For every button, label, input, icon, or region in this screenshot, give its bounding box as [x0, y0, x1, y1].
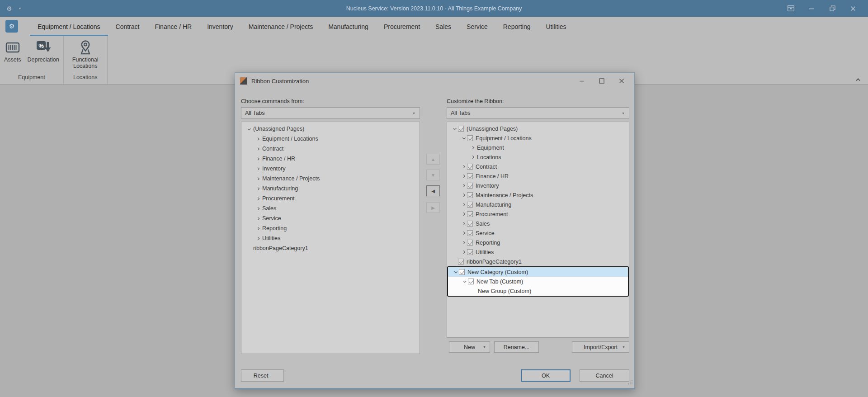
move-up-button[interactable]: ▲	[426, 154, 440, 165]
chevron-right-icon[interactable]	[254, 148, 261, 150]
ribbon-display-options-icon[interactable]	[780, 2, 801, 15]
tree-item-new-group-custom[interactable]: New Group (Custom)	[448, 286, 628, 296]
application-button[interactable]: ⚙	[5, 20, 18, 33]
chevron-right-icon[interactable]	[469, 147, 476, 149]
chevron-right-icon[interactable]	[254, 158, 261, 160]
checkbox-checked-icon[interactable]	[467, 202, 473, 208]
checkbox-checked-icon[interactable]	[467, 135, 473, 141]
chevron-down-icon[interactable]	[451, 128, 458, 130]
chevron-right-icon[interactable]	[254, 168, 261, 170]
tree-item-finance-hr[interactable]: Finance / HR	[241, 154, 420, 164]
tab-inventory[interactable]: Inventory	[199, 17, 241, 36]
tab-contract[interactable]: Contract	[108, 17, 147, 36]
tree-item-reporting[interactable]: Reporting	[447, 238, 629, 247]
checkbox-checked-icon[interactable]	[467, 240, 473, 246]
tree-item-maintenance-projects[interactable]: Maintenance / Projects	[447, 190, 629, 200]
ok-button[interactable]: OK	[521, 369, 571, 382]
tree-item-contract[interactable]: Contract	[241, 144, 420, 154]
tree-item-equipment-locations[interactable]: Equipment / Locations	[447, 133, 629, 143]
chevron-right-icon[interactable]	[460, 175, 467, 177]
tab-maintenance-projects[interactable]: Maintenance / Projects	[241, 17, 321, 36]
tree-item-utilities[interactable]: Utilities	[447, 247, 629, 257]
import-export-button[interactable]: Import/Export▼	[572, 341, 629, 353]
checkbox-checked-icon[interactable]	[458, 259, 464, 265]
qat-dropdown-caret-icon[interactable]: ▼	[19, 7, 22, 10]
tree-item-utilities[interactable]: Utilities	[241, 233, 420, 243]
checkbox-checked-icon[interactable]	[458, 126, 464, 132]
tree-item-sales[interactable]: Sales	[241, 203, 420, 213]
gear-icon[interactable]: ⚙	[6, 5, 12, 12]
checkbox-checked-icon[interactable]	[467, 230, 473, 236]
tab-reporting[interactable]: Reporting	[495, 17, 538, 36]
chevron-right-icon[interactable]	[460, 222, 467, 225]
tab-utilities[interactable]: Utilities	[538, 17, 574, 36]
tab-service[interactable]: Service	[459, 17, 495, 36]
chevron-right-icon[interactable]	[460, 203, 467, 206]
chevron-right-icon[interactable]	[460, 241, 467, 244]
chevron-right-icon[interactable]	[460, 232, 467, 234]
choose-commands-combo[interactable]: All Tabs ▼	[241, 107, 420, 119]
customize-ribbon-combo[interactable]: All Tabs ▼	[447, 107, 629, 119]
tree-item-ribbonpagecategory1[interactable]: ribbonPageCategory1	[447, 257, 629, 266]
tree-item-inventory[interactable]: Inventory	[447, 181, 629, 190]
tree-item-manufacturing[interactable]: Manufacturing	[241, 184, 420, 194]
tree-item-unassigned-pages[interactable]: (Unassigned Pages)	[447, 124, 629, 133]
chevron-right-icon[interactable]	[254, 198, 261, 200]
close-icon[interactable]	[612, 75, 632, 87]
chevron-right-icon[interactable]	[460, 251, 467, 253]
move-left-button[interactable]: ◀	[426, 185, 440, 196]
chevron-right-icon[interactable]	[460, 165, 467, 168]
tree-item-procurement[interactable]: Procurement	[447, 209, 629, 219]
tree-item-equipment[interactable]: Equipment	[447, 143, 629, 152]
restore-icon[interactable]	[822, 2, 843, 15]
checkbox-checked-icon[interactable]	[467, 183, 473, 189]
dialog-titlebar[interactable]: Ribbon Customization	[235, 73, 634, 89]
new-button[interactable]: New▼	[449, 341, 490, 353]
tree-item-manufacturing[interactable]: Manufacturing	[447, 200, 629, 209]
chevron-down-icon[interactable]	[460, 137, 467, 139]
tree-item-procurement[interactable]: Procurement	[241, 194, 420, 203]
checkbox-checked-icon[interactable]	[467, 173, 473, 179]
chevron-right-icon[interactable]	[254, 217, 261, 220]
minimize-icon[interactable]	[572, 75, 592, 87]
move-right-button[interactable]: ▶	[426, 202, 440, 213]
tree-item-locations[interactable]: Locations	[447, 152, 629, 162]
checkbox-checked-icon[interactable]	[468, 279, 474, 284]
chevron-right-icon[interactable]	[254, 227, 261, 230]
tree-item-contract[interactable]: Contract	[447, 162, 629, 171]
tree-item-maintenance-projects[interactable]: Maintenance / Projects	[241, 174, 420, 184]
move-down-button[interactable]: ▼	[426, 170, 440, 180]
tree-item-new-tab-custom[interactable]: New Tab (Custom)	[448, 277, 628, 286]
chevron-down-icon[interactable]	[452, 271, 459, 273]
chevron-right-icon[interactable]	[460, 184, 467, 187]
rename-button[interactable]: Rename...	[494, 341, 539, 353]
ribbon-button-assets[interactable]: Assets	[1, 38, 24, 63]
checkbox-checked-icon[interactable]	[459, 269, 465, 275]
minimize-icon[interactable]	[801, 2, 822, 15]
checkbox-checked-icon[interactable]	[467, 192, 473, 198]
checkbox-checked-icon[interactable]	[467, 221, 473, 227]
chevron-right-icon[interactable]	[460, 194, 467, 196]
tree-item-sales[interactable]: Sales	[447, 219, 629, 228]
tree-item-new-category-custom[interactable]: New Category (Custom)	[448, 267, 628, 277]
maximize-icon[interactable]	[592, 75, 612, 87]
chevron-right-icon[interactable]	[469, 156, 476, 158]
chevron-right-icon[interactable]	[254, 188, 261, 190]
tab-procurement[interactable]: Procurement	[376, 17, 428, 36]
chevron-right-icon[interactable]	[254, 178, 261, 180]
tab-equipment-locations[interactable]: Equipment / Locations	[30, 17, 108, 36]
chevron-right-icon[interactable]	[460, 213, 467, 215]
chevron-right-icon[interactable]	[254, 237, 261, 240]
checkbox-checked-icon[interactable]	[467, 211, 473, 217]
tree-item-ribbonpagecategory1[interactable]: ribbonPageCategory1	[241, 243, 420, 253]
tab-finance-hr[interactable]: Finance / HR	[147, 17, 199, 36]
checkbox-checked-icon[interactable]	[467, 249, 473, 255]
tree-item-finance-hr[interactable]: Finance / HR	[447, 171, 629, 181]
tree-item-equipment-locations[interactable]: Equipment / Locations	[241, 134, 420, 144]
ribbon-button-depreciation[interactable]: %Depreciation	[24, 38, 62, 63]
tree-item-service[interactable]: Service	[447, 228, 629, 238]
chevron-right-icon[interactable]	[254, 138, 261, 140]
tab-sales[interactable]: Sales	[428, 17, 459, 36]
collapse-ribbon-button[interactable]	[854, 76, 863, 83]
tree-item-unassigned-pages[interactable]: (Unassigned Pages)	[241, 124, 420, 134]
